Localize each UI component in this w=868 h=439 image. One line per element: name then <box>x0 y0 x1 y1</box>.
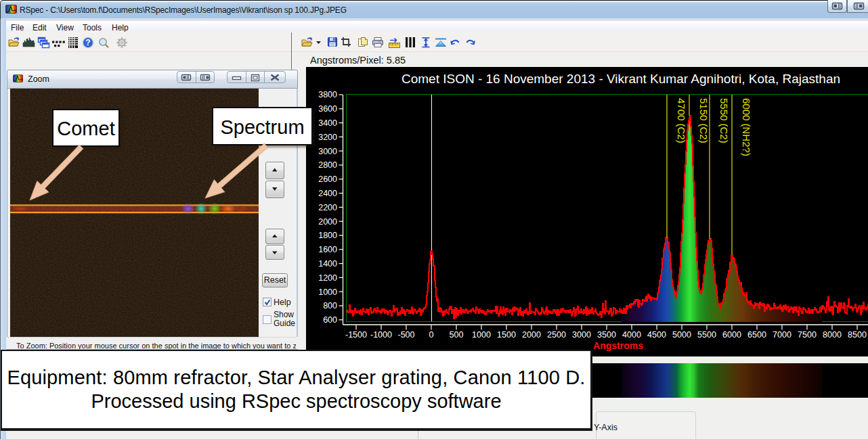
svg-text:Comet ISON - 16 November 2013: Comet ISON - 16 November 2013 - Vikrant … <box>402 72 840 86</box>
svg-text:Angstroms: Angstroms <box>593 340 643 351</box>
svg-text:3200: 3200 <box>318 133 337 142</box>
svg-text:7500: 7500 <box>798 330 817 340</box>
svg-text:-1000: -1000 <box>370 330 392 340</box>
svg-text:1600: 1600 <box>318 245 337 254</box>
svg-text:5150 (C2): 5150 (C2) <box>698 98 710 143</box>
svg-text:5000: 5000 <box>672 330 691 340</box>
svg-text:3800: 3800 <box>318 90 337 99</box>
svg-text:6000: 6000 <box>722 330 741 340</box>
svg-text:600: 600 <box>323 315 337 325</box>
svg-text:1800: 1800 <box>318 231 337 240</box>
svg-text:5500: 5500 <box>697 330 716 340</box>
svg-text:-500: -500 <box>397 330 414 340</box>
svg-text:2600: 2600 <box>318 175 337 184</box>
svg-text:2200: 2200 <box>318 203 337 212</box>
svg-text:2500: 2500 <box>547 330 566 340</box>
svg-text:3500: 3500 <box>597 330 616 340</box>
svg-text:3600: 3600 <box>318 104 337 114</box>
svg-text:1400: 1400 <box>318 259 337 269</box>
svg-text:6000 (NH2?): 6000 (NH2?) <box>741 98 752 156</box>
svg-text:?: ? <box>85 38 90 47</box>
svg-text:8500: 8500 <box>848 330 867 340</box>
svg-text:6500: 6500 <box>747 330 766 340</box>
svg-text:2000: 2000 <box>522 330 541 340</box>
svg-text:800: 800 <box>323 301 337 310</box>
svg-text:2000: 2000 <box>318 217 337 227</box>
svg-text:1500: 1500 <box>497 330 516 340</box>
svg-text:5550 (C2): 5550 (C2) <box>718 98 730 143</box>
svg-text:3000: 3000 <box>572 330 591 340</box>
svg-text:4000: 4000 <box>622 330 641 340</box>
svg-text:-1500: -1500 <box>345 330 367 340</box>
svg-text:2400: 2400 <box>318 189 337 198</box>
svg-text:1000: 1000 <box>318 287 337 297</box>
svg-text:4700 (C2): 4700 (C2) <box>676 98 687 143</box>
svg-text:3400: 3400 <box>318 118 337 128</box>
svg-text:2800: 2800 <box>318 160 337 170</box>
svg-text:8000: 8000 <box>823 330 842 340</box>
svg-text:1000: 1000 <box>472 330 491 340</box>
svg-text:7000: 7000 <box>773 330 791 340</box>
svg-text:1200: 1200 <box>318 273 337 283</box>
svg-text:3000: 3000 <box>318 147 337 156</box>
svg-text:500: 500 <box>450 330 464 340</box>
svg-text:4500: 4500 <box>647 330 666 340</box>
svg-text:0: 0 <box>429 330 434 340</box>
